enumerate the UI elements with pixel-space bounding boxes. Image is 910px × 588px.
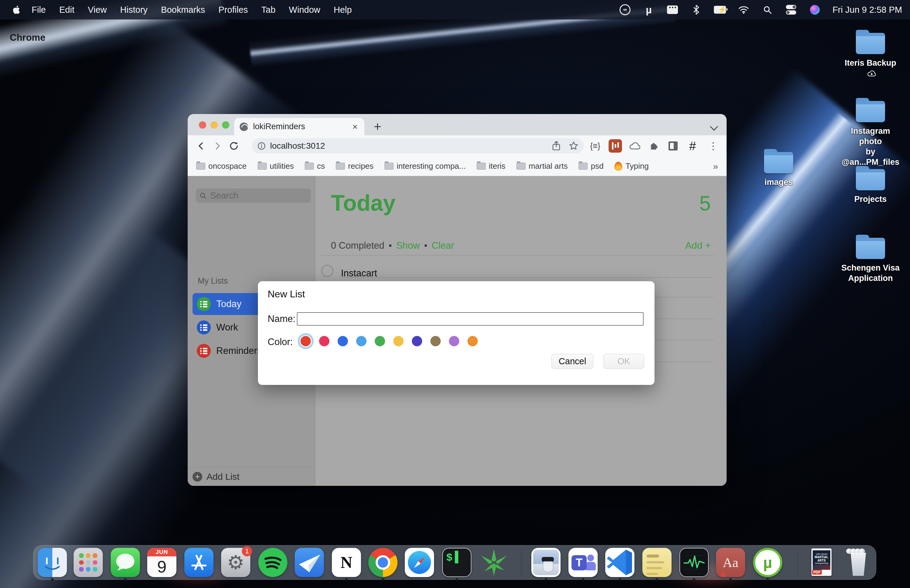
list-name-input[interactable] xyxy=(297,312,643,326)
ok-button[interactable]: OK xyxy=(603,354,644,369)
battery-charging-icon[interactable]: ⚡ xyxy=(714,4,726,16)
show-link[interactable]: Show xyxy=(396,240,420,251)
wifi-icon[interactable] xyxy=(737,4,750,16)
dock-launchpad[interactable] xyxy=(74,548,103,577)
dock-terminal[interactable]: $ ▍ xyxy=(442,548,472,577)
menu-item-help[interactable]: Help xyxy=(334,5,352,15)
zoom-window-button[interactable] xyxy=(222,121,230,129)
dock-green-asterisk-app[interactable] xyxy=(479,548,509,577)
new-tab-button[interactable]: + xyxy=(374,120,381,134)
dock-preview[interactable] xyxy=(531,548,561,577)
dock-pdf-document[interactable]: 12th World MARTIAL ARTS Championship PDF xyxy=(807,548,836,577)
dock-calendar[interactable]: JUN 9 xyxy=(147,548,176,577)
red-extension-icon[interactable] xyxy=(609,139,622,153)
desktop-folder-iteris-backup[interactable]: Iteris Backup xyxy=(840,33,901,79)
color-swatch-light-blue[interactable] xyxy=(356,336,367,346)
browser-menu-icon[interactable]: ⋮ xyxy=(706,139,720,153)
cloud-extension-icon[interactable] xyxy=(628,139,642,153)
bookmark-folder-interesting-companies[interactable]: interesting compa... xyxy=(385,162,466,171)
menu-item-bookmarks[interactable]: Bookmarks xyxy=(161,5,205,15)
search-input[interactable] xyxy=(210,190,307,201)
spotlight-search-icon[interactable] xyxy=(761,4,773,16)
bookmark-folder-martial-arts[interactable]: martial arts xyxy=(516,162,568,171)
color-swatch-red[interactable] xyxy=(301,336,311,346)
bookmark-typing[interactable]: Typing xyxy=(614,162,649,171)
bluetooth-icon[interactable] xyxy=(690,4,702,16)
dock-safari[interactable] xyxy=(405,548,434,577)
bookmark-star-icon[interactable] xyxy=(569,141,579,151)
address-bar[interactable]: localhost:3012 xyxy=(252,138,584,153)
menu-item-profiles[interactable]: Profiles xyxy=(218,5,248,15)
bookmark-folder-utilities[interactable]: utilities xyxy=(258,162,294,171)
creative-cloud-icon[interactable]: ∞ xyxy=(619,4,631,16)
desktop-folder-instagram-photo[interactable]: Instagram photoby @an...PM_files xyxy=(840,101,901,167)
desktop-folder-schengen-visa[interactable]: Schengen VisaApplication xyxy=(840,238,901,283)
bookmark-folder-psd[interactable]: psd xyxy=(579,162,603,171)
share-icon[interactable] xyxy=(552,141,561,151)
site-info-icon[interactable] xyxy=(257,142,266,150)
menu-item-view[interactable]: View xyxy=(88,5,107,15)
dock-stickies[interactable] xyxy=(642,548,672,577)
list-icon-reminders xyxy=(197,344,211,358)
bookmark-folder-oncospace[interactable]: oncospace xyxy=(196,162,247,171)
minimize-window-button[interactable] xyxy=(210,121,218,129)
dock-dictionary[interactable]: Aa xyxy=(716,548,745,577)
dock-app-store[interactable] xyxy=(184,548,213,577)
color-swatch-yellow[interactable] xyxy=(393,336,404,346)
bookmark-folder-iteris[interactable]: iteris xyxy=(477,162,506,171)
color-swatch-blue[interactable] xyxy=(338,336,348,346)
tab-close-icon[interactable]: × xyxy=(351,122,359,132)
color-swatch-green[interactable] xyxy=(375,336,385,346)
dock-utorrent[interactable]: µ xyxy=(753,548,782,577)
add-list-button[interactable]: + Add List xyxy=(187,467,315,486)
clear-link[interactable]: Clear xyxy=(432,240,454,251)
menu-item-history[interactable]: History xyxy=(120,5,147,15)
dock-notion[interactable]: N xyxy=(332,548,361,577)
dock-spark[interactable] xyxy=(295,548,324,577)
utorrent-menu-icon[interactable]: µ xyxy=(643,4,655,16)
dock-spotify[interactable] xyxy=(258,548,288,577)
active-app-menu[interactable]: Chrome xyxy=(10,32,45,43)
menu-item-window[interactable]: Window xyxy=(289,5,320,15)
tab-search-chevron-icon[interactable] xyxy=(710,123,718,131)
dock-trash[interactable] xyxy=(844,548,873,577)
control-center-icon[interactable] xyxy=(785,4,797,16)
menu-item-tab[interactable]: Tab xyxy=(261,5,276,15)
extensions-puzzle-icon[interactable] xyxy=(648,139,661,153)
dock-activity-monitor[interactable] xyxy=(679,548,709,577)
dock-system-settings[interactable]: ⚙ 1 xyxy=(221,548,250,577)
color-swatch-purple[interactable] xyxy=(449,336,459,346)
forward-button[interactable] xyxy=(212,140,223,152)
siri-icon[interactable] xyxy=(809,4,821,16)
dock-teams[interactable]: T xyxy=(569,548,598,577)
bookmark-folder-recipes[interactable]: recipes xyxy=(336,162,373,171)
close-window-button[interactable] xyxy=(199,121,206,129)
apple-menu-icon[interactable] xyxy=(12,5,20,14)
menu-bar-clock[interactable]: Fri Jun 9 2:58 PM xyxy=(832,5,902,15)
browser-tab[interactable]: lokiReminders × xyxy=(234,118,364,135)
desktop-folder-projects[interactable]: Projects xyxy=(840,169,901,204)
add-reminder-button[interactable]: Add + xyxy=(685,240,711,251)
menu-item-edit[interactable]: Edit xyxy=(59,5,74,15)
color-swatch-brown[interactable] xyxy=(430,336,441,346)
color-swatch-indigo[interactable] xyxy=(412,336,422,346)
back-button[interactable] xyxy=(195,140,207,152)
dock-messages[interactable] xyxy=(111,548,140,577)
reminder-checkbox[interactable] xyxy=(321,265,333,277)
reload-button[interactable] xyxy=(228,140,240,152)
bookmarks-overflow-icon[interactable]: » xyxy=(713,161,718,171)
dock-finder[interactable] xyxy=(38,548,67,577)
json-viewer-extension-icon[interactable]: {≡} xyxy=(588,139,602,153)
desktop-folder-images[interactable]: images xyxy=(748,152,809,187)
bookmark-folder-cs[interactable]: cs xyxy=(305,162,325,171)
search-box[interactable] xyxy=(196,189,311,203)
hash-extension-icon[interactable]: # xyxy=(686,139,699,153)
dock-vscode[interactable] xyxy=(605,548,634,577)
dock-chrome[interactable] xyxy=(369,548,398,577)
side-panel-extension-icon[interactable] xyxy=(666,139,680,153)
menu-item-file[interactable]: File xyxy=(32,5,46,15)
cancel-button[interactable]: Cancel xyxy=(551,354,593,369)
color-swatch-pink[interactable] xyxy=(319,336,330,346)
color-swatch-orange[interactable] xyxy=(467,336,478,346)
keyboard-icon[interactable] xyxy=(666,4,679,16)
